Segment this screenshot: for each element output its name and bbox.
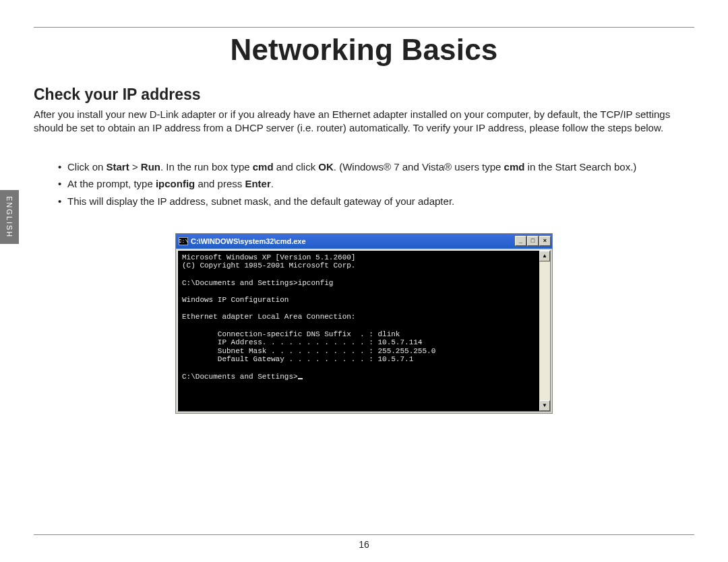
cursor-icon xyxy=(298,378,303,379)
step-1: Click on Start > Run. In the run box typ… xyxy=(67,160,694,175)
step-2-text-d: . xyxy=(271,178,274,189)
scroll-up-button[interactable]: ▲ xyxy=(539,251,550,261)
console-output: Microsoft Windows XP [Version 5.1.2600] … xyxy=(182,253,534,381)
section-heading: Check your IP address xyxy=(34,86,694,104)
scroll-down-button[interactable]: ▼ xyxy=(539,400,550,411)
step-2-bold-enter: Enter xyxy=(245,178,270,189)
step-2: At the prompt, type ipconfig and press E… xyxy=(67,177,694,191)
minimize-button[interactable]: _ xyxy=(515,236,526,246)
step-1-bold-start: Start xyxy=(107,161,129,173)
cmd-window: C:\ C:\WINDOWS\system32\cmd.exe _ □ × Mi… xyxy=(175,233,553,414)
language-tab-label: ENGLISH xyxy=(5,196,13,238)
step-2-text-a: At the prompt, type xyxy=(67,178,156,189)
step-1-bold-ok: OK xyxy=(318,161,334,173)
top-rule xyxy=(34,27,694,28)
step-3-text: This will display the IP address, subnet… xyxy=(67,195,454,207)
step-1-bold-cmd2: cmd xyxy=(504,161,525,173)
scrollbar[interactable]: ▲ ▼ xyxy=(539,251,550,411)
intro-paragraph: After you install your new D-Link adapte… xyxy=(34,108,694,135)
bottom-rule xyxy=(34,534,694,535)
language-tab: ENGLISH xyxy=(0,190,19,244)
page-number: 16 xyxy=(0,539,728,550)
cmd-title-text: C:\WINDOWS\system32\cmd.exe xyxy=(191,237,306,245)
step-2-bold-ipconfig: ipconfig xyxy=(156,178,195,189)
step-1-bold-cmd: cmd xyxy=(253,161,274,173)
step-1-bold-run: Run xyxy=(141,161,160,173)
step-1-text-f: . (Windows® 7 and Vista® users type xyxy=(334,161,504,173)
cmd-titlebar: C:\ C:\WINDOWS\system32\cmd.exe _ □ × xyxy=(176,234,552,249)
step-1-text-c: > xyxy=(129,161,141,173)
cmd-icon: C:\ xyxy=(179,237,188,245)
step-2-text-c: and press xyxy=(195,178,245,189)
step-1-text-g: in the Start Search box.) xyxy=(524,161,636,173)
step-1-text-a: Click on xyxy=(67,161,107,173)
step-1-text-d: . In the run box type xyxy=(160,161,253,173)
step-3: This will display the IP address, subnet… xyxy=(67,194,694,209)
maximize-button[interactable]: □ xyxy=(527,236,539,246)
close-button[interactable]: × xyxy=(539,236,551,246)
steps-list: Click on Start > Run. In the run box typ… xyxy=(34,160,694,209)
cmd-body: Microsoft Windows XP [Version 5.1.2600] … xyxy=(177,250,551,412)
page-title: Networking Basics xyxy=(34,33,694,67)
step-1-text-e: and click xyxy=(274,161,319,173)
